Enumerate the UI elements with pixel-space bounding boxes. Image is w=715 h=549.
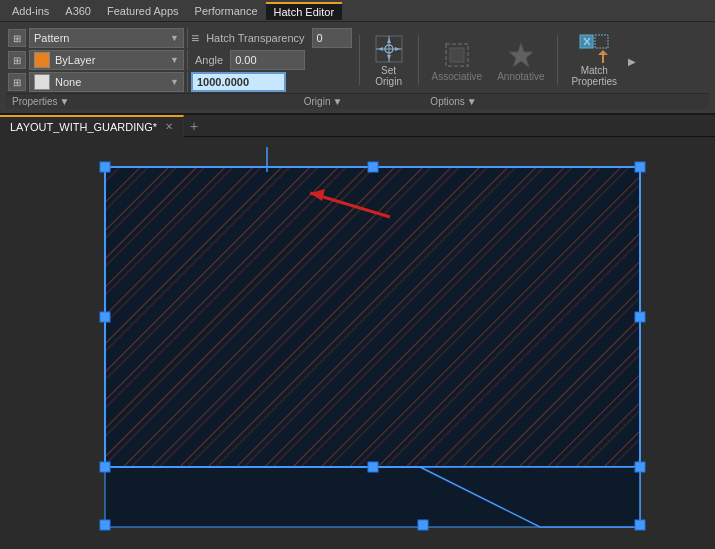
ribbon-expand-arrow[interactable]: ▶	[628, 56, 636, 67]
svg-rect-33	[635, 312, 645, 322]
menu-item-a360[interactable]: A360	[57, 3, 99, 19]
menu-bar: Add-ins A360 Featured Apps Performance H…	[0, 0, 715, 22]
menu-item-featured[interactable]: Featured Apps	[99, 3, 187, 19]
separator-origin	[418, 35, 419, 85]
associative-label: Associative	[432, 71, 483, 82]
svg-rect-28	[635, 162, 645, 172]
annotative-label: Annotative	[497, 71, 544, 82]
svg-marker-15	[598, 50, 608, 55]
associative-button[interactable]: Associative	[426, 37, 489, 84]
set-origin-label: SetOrigin	[375, 65, 402, 87]
ribbon-row-2: ⊞ ByLayer ▼ Angle	[8, 50, 352, 70]
none-select[interactable]: None ▼	[29, 72, 184, 92]
hatch-icon: ≡	[191, 30, 199, 46]
separator-1	[187, 28, 188, 48]
separator-2	[187, 50, 188, 70]
menu-item-hatch-editor[interactable]: Hatch Editor	[266, 2, 343, 20]
bylayer-icon[interactable]: ⊞	[8, 51, 26, 69]
color-swatch	[34, 52, 50, 68]
ribbon-row-1: ⊞ Pattern ▼ ≡ Hatch Transparency	[8, 28, 352, 48]
ribbon: ⊞ Pattern ▼ ≡ Hatch Transparency ⊞ ByLay…	[0, 22, 715, 115]
svg-rect-31	[368, 162, 378, 172]
transparency-label: Hatch Transparency	[202, 32, 308, 44]
set-origin-button[interactable]: SetOrigin	[367, 31, 411, 89]
canvas-svg	[0, 137, 715, 537]
svg-rect-9	[450, 48, 464, 62]
match-properties-icon	[578, 33, 610, 65]
menu-item-addins[interactable]: Add-ins	[4, 3, 57, 19]
pattern-icon-1[interactable]: ⊞	[8, 29, 26, 47]
svg-rect-12	[595, 35, 608, 48]
menu-item-performance[interactable]: Performance	[187, 3, 266, 19]
transparency-input[interactable]	[312, 28, 352, 48]
match-properties-label: MatchOptionsProperties	[571, 65, 617, 87]
annotative-icon	[505, 39, 537, 71]
pattern-dropdown-arrow: ▼	[170, 33, 179, 43]
separator-options	[557, 35, 558, 85]
svg-rect-32	[100, 312, 110, 322]
svg-rect-29	[100, 462, 110, 472]
origin-chevron: ▼	[332, 96, 342, 107]
bylayer-select[interactable]: ByLayer ▼	[29, 50, 184, 70]
separator-3	[187, 72, 188, 92]
svg-rect-35	[100, 520, 110, 530]
svg-rect-30	[635, 462, 645, 472]
angle-label: Angle	[191, 54, 227, 66]
svg-rect-36	[418, 520, 428, 530]
tab-layout[interactable]: LAYOUT_WITH_GUARDING* ✕	[0, 115, 184, 137]
tab-add-button[interactable]: +	[184, 116, 204, 136]
set-origin-icon	[373, 33, 405, 65]
properties-chevron: ▼	[60, 96, 70, 107]
ribbon-row-3: ⊞ None ▼	[8, 72, 352, 92]
svg-rect-27	[100, 162, 110, 172]
options-chevron: ▼	[467, 96, 477, 107]
none-icon[interactable]: ⊞	[8, 73, 26, 91]
canvas-area	[0, 137, 715, 537]
tab-bar: LAYOUT_WITH_GUARDING* ✕ +	[0, 115, 715, 137]
svg-marker-10	[509, 43, 533, 67]
properties-section[interactable]: Properties ▼	[12, 96, 69, 107]
none-dropdown-arrow: ▼	[170, 77, 179, 87]
ribbon-separator	[359, 35, 360, 85]
origin-section[interactable]: Origin ▼	[304, 96, 343, 107]
options-section[interactable]: Options ▼	[430, 96, 476, 107]
none-swatch	[34, 74, 50, 90]
tab-close-icon[interactable]: ✕	[165, 121, 173, 132]
bylayer-dropdown-arrow: ▼	[170, 55, 179, 65]
angle-input[interactable]	[230, 50, 305, 70]
match-properties-button[interactable]: MatchOptionsProperties	[565, 31, 623, 89]
annotative-button[interactable]: Annotative	[491, 37, 550, 84]
svg-rect-37	[635, 520, 645, 530]
pattern-select[interactable]: Pattern ▼	[29, 28, 184, 48]
svg-rect-34	[368, 462, 378, 472]
ribbon-bottom-row: Properties ▼ Origin ▼ Options ▼	[6, 93, 709, 109]
scale-input[interactable]	[191, 72, 286, 92]
associative-icon	[441, 39, 473, 71]
